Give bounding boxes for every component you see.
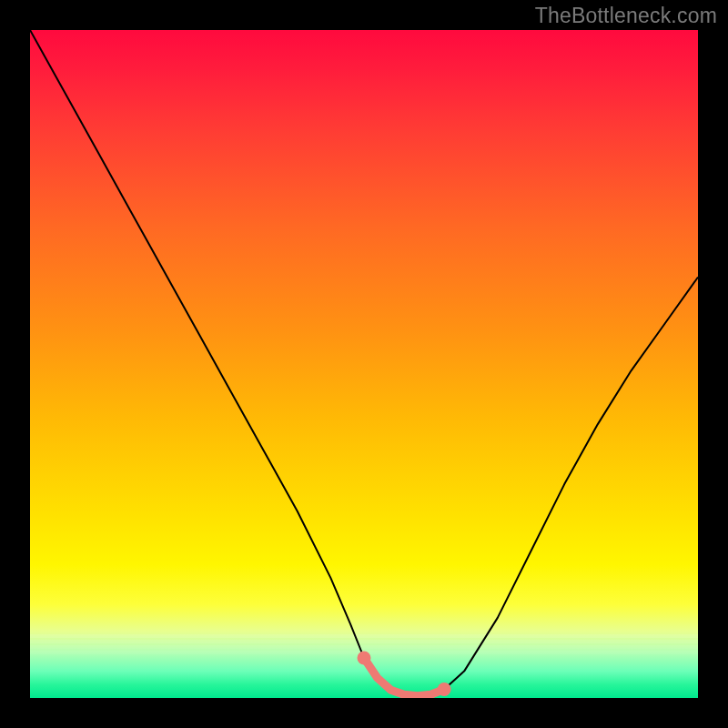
minimum-band-end-dot	[438, 682, 451, 696]
plot-area	[30, 30, 698, 698]
green-band-stripes	[30, 634, 698, 698]
minimum-band-end-dot	[358, 652, 371, 665]
minimum-band-connector	[364, 658, 444, 696]
chart-frame: TheBottleneck.com	[0, 0, 728, 728]
bottleneck-curve-svg	[30, 30, 698, 698]
watermark-text: TheBottleneck.com	[535, 4, 717, 28]
bottleneck-curve-path	[30, 30, 698, 696]
